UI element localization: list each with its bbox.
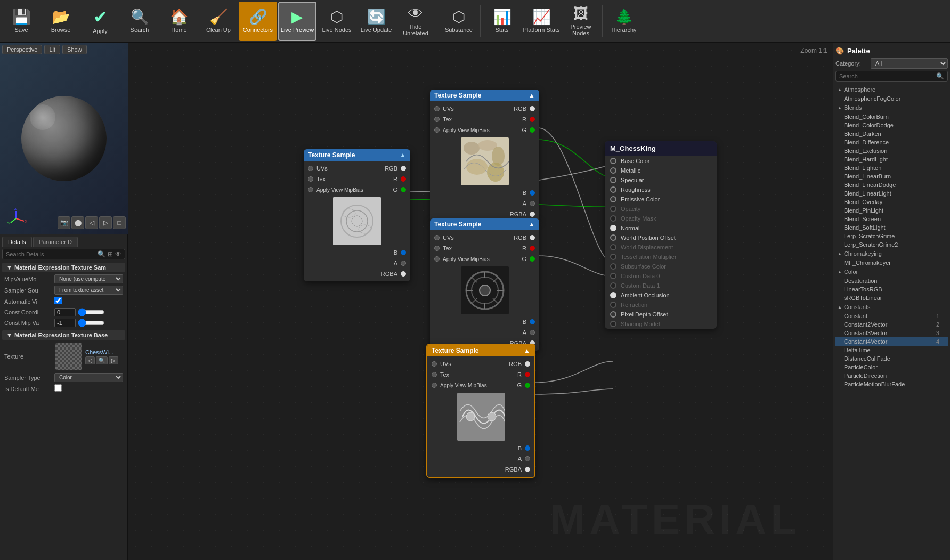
- save-button[interactable]: 💾 Save: [2, 2, 40, 41]
- palette-item[interactable]: ParticleMotionBlurFade: [835, 380, 948, 388]
- palette-item[interactable]: Blend_LinearDodge: [835, 181, 948, 189]
- viewport-icon-btn2[interactable]: ⬤: [71, 216, 84, 229]
- texture-node-4[interactable]: Texture Sample ▲ UVs RGB Tex R: [426, 344, 535, 478]
- parameter-tab[interactable]: Parameter D: [33, 237, 78, 247]
- texture-node-1[interactable]: Texture Sample ▲ UVs RGB Tex R: [304, 149, 410, 281]
- palette-item[interactable]: Blend_PinLight: [835, 206, 948, 215]
- palette-item[interactable]: Lerp_ScratchGrime2: [835, 240, 948, 249]
- palette-item[interactable]: Blend_ColorDodge: [835, 121, 948, 129]
- palette-item[interactable]: Blend_LinearBurn: [835, 172, 948, 181]
- palette-item[interactable]: Blend_ColorBurn: [835, 112, 948, 121]
- livepreview-button[interactable]: ▶ Live Preview: [278, 2, 316, 41]
- palette-item[interactable]: Lerp_ScratchGrime: [835, 232, 948, 240]
- main-area: Perspective Lit Show X Y Z 📷 ⬤: [0, 43, 950, 560]
- node-header-1: Texture Sample ▲: [304, 149, 410, 161]
- palette-item[interactable]: MF_Chromakeyer: [835, 258, 948, 267]
- palette-group-constants[interactable]: Constants: [835, 302, 948, 312]
- browse-button[interactable]: 📂 Browse: [42, 2, 80, 41]
- palette-item[interactable]: Blend_Exclusion: [835, 147, 948, 155]
- mipvaluemode-select[interactable]: None (use compute: [54, 274, 123, 283]
- palette-item[interactable]: Blend_HardLight: [835, 155, 948, 164]
- palette-group-color[interactable]: Color: [835, 267, 948, 277]
- palette-item[interactable]: Blend_Overlay: [835, 198, 948, 206]
- cleanup-button[interactable]: 🧹 Clean Up: [199, 2, 238, 41]
- palette-item[interactable]: DistanceCullFade: [835, 354, 948, 363]
- slot-customdata1: Custom Data 1: [605, 281, 717, 290]
- slot-basecolor: Base Color: [605, 156, 717, 166]
- viewport-background: [0, 43, 128, 234]
- viewport-icon-btn4[interactable]: ▷: [99, 216, 112, 229]
- constmip-slider[interactable]: [78, 319, 104, 327]
- palette-item[interactable]: Blend_SoftLight: [835, 223, 948, 232]
- palette-group-atmosphere[interactable]: Atmosphere: [835, 85, 948, 94]
- constcoord-input[interactable]: [54, 308, 76, 316]
- details-tab[interactable]: Details: [2, 237, 32, 247]
- platformstats-button[interactable]: 📈 Platform Stats: [522, 2, 561, 41]
- livenodes-button[interactable]: ⬡ Live Nodes: [318, 2, 356, 41]
- substance-icon: ⬡: [452, 10, 465, 25]
- home-button[interactable]: 🏠 Home: [160, 2, 198, 41]
- palette-item[interactable]: ParticleDirection: [835, 371, 948, 380]
- liveupdate-button[interactable]: 🔄 Live Update: [357, 2, 395, 41]
- palette-item[interactable]: Desaturation: [835, 277, 948, 285]
- search-button[interactable]: 🔍 Search: [120, 2, 159, 41]
- viewport-show-btn[interactable]: Show: [62, 45, 87, 54]
- palette-item[interactable]: Constant2Vector 2: [835, 320, 948, 329]
- viewport-perspective-btn[interactable]: Perspective: [2, 45, 42, 54]
- viewport-icon-btn1[interactable]: 📷: [58, 216, 70, 229]
- search-details-input[interactable]: [6, 251, 95, 257]
- tex-prev-btn[interactable]: ◁: [85, 356, 95, 364]
- slot-emissive: Emissive Color: [605, 194, 717, 204]
- palette-item[interactable]: Blend_Screen: [835, 215, 948, 223]
- palette-search-input[interactable]: [839, 73, 934, 79]
- stats-button[interactable]: 📊 Stats: [483, 2, 521, 41]
- view-toggle-icon[interactable]: ⊞: [108, 250, 113, 258]
- palette-item[interactable]: Blend_Darken: [835, 129, 948, 138]
- palette-item[interactable]: ParticleColor: [835, 363, 948, 371]
- palette-item[interactable]: DeltaTime: [835, 346, 948, 354]
- palette-item-selected[interactable]: Constant4Vector 4: [835, 337, 948, 346]
- palette-item[interactable]: Blend_LinearLight: [835, 189, 948, 198]
- constmip-input[interactable]: [54, 319, 76, 327]
- eye-icon[interactable]: 👁: [115, 250, 121, 258]
- hierarchy-button[interactable]: 🌲 Hierarchy: [605, 2, 643, 41]
- viewport-icon-btn3[interactable]: ◁: [85, 216, 98, 229]
- connectors-button[interactable]: 🔗 Connectors: [239, 2, 277, 41]
- palette-category-select[interactable]: All: [871, 58, 948, 69]
- palette-item[interactable]: AtmosphericFogColor: [835, 94, 948, 103]
- node-graph[interactable]: Zoom 1:1 MATERIAL Texture Sample ▲: [128, 43, 833, 560]
- samplersource-select[interactable]: From texture asset: [54, 286, 123, 295]
- automaticview-checkbox[interactable]: [54, 297, 62, 304]
- palette-item[interactable]: Blend_Difference: [835, 138, 948, 147]
- isdefault-checkbox[interactable]: [54, 384, 62, 392]
- texture-node-2[interactable]: Texture Sample ▲ UVs RGB Tex R: [430, 90, 539, 222]
- pin-out: [530, 330, 535, 335]
- pin-out: [530, 106, 535, 111]
- viewport-toolbar: Perspective Lit Show: [2, 45, 87, 54]
- liveupdate-icon: 🔄: [367, 10, 386, 25]
- palette-item[interactable]: Constant 1: [835, 312, 948, 320]
- material-node[interactable]: M_ChessKing Base Color Metallic Specular: [605, 141, 717, 329]
- texture-node-3[interactable]: Texture Sample ▲ UVs RGB Tex R: [430, 218, 539, 351]
- previewnodes-button[interactable]: 🖼 Preview Nodes: [562, 2, 600, 41]
- tex-search-btn[interactable]: 🔍: [96, 356, 108, 364]
- palette-group-blends[interactable]: Blends: [835, 103, 948, 112]
- pin-out: [525, 445, 530, 451]
- section-header-texture[interactable]: ▼ Material Expression Texture Sam: [2, 263, 125, 272]
- apply-button[interactable]: ✔ Apply: [81, 2, 119, 41]
- viewport-icon-btn5[interactable]: □: [113, 216, 126, 229]
- viewport-lit-btn[interactable]: Lit: [44, 45, 60, 54]
- palette-item[interactable]: Blend_Lighten: [835, 164, 948, 172]
- section-header-texturebase[interactable]: ▼ Material Expression Texture Base: [2, 330, 125, 340]
- palette-item[interactable]: sRGBToLinear: [835, 294, 948, 302]
- palette-item[interactable]: LinearTosRGB: [835, 285, 948, 294]
- palette-item[interactable]: Constant3Vector 3: [835, 329, 948, 337]
- svg-rect-6: [333, 197, 381, 245]
- palette-group-chromakeying[interactable]: Chromakeying: [835, 249, 948, 258]
- substance-button[interactable]: ⬡ Substance: [440, 2, 478, 41]
- samplertype-select[interactable]: Color: [54, 373, 123, 382]
- constcoord-slider[interactable]: [78, 308, 104, 316]
- tex-next-btn[interactable]: ▷: [109, 356, 118, 364]
- hideunrelated-button[interactable]: 👁 Hide Unrelated: [396, 2, 435, 41]
- node-header-3: Texture Sample ▲: [430, 218, 539, 230]
